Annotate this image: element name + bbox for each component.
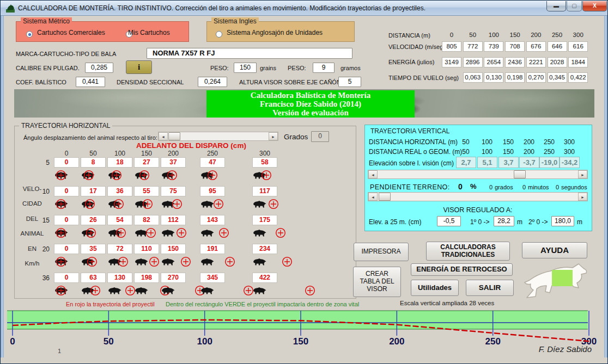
impresora-button[interactable]: IMPRESORA xyxy=(354,243,409,261)
adelanto-value-box: 17 xyxy=(81,186,106,196)
window-title: CALCULADORA DE MONTERÍA. TIRO INSTINTIVO… xyxy=(18,4,425,12)
boar-icon xyxy=(200,286,214,295)
v1-scroll-track[interactable] xyxy=(378,170,578,178)
degrees-label: Grados xyxy=(284,133,308,141)
elevation-value-box: -19,0 xyxy=(539,157,560,168)
angle-scroll-track[interactable] xyxy=(168,132,269,140)
boar-icon xyxy=(107,286,121,295)
target-icon xyxy=(305,285,315,296)
boar-icon xyxy=(200,257,214,267)
adelanto-value-box: 63 xyxy=(81,273,106,283)
weight-grams-input[interactable]: 9 xyxy=(313,63,335,73)
distance-header-value: 250 xyxy=(548,32,567,38)
adelanto-col-header: 150 xyxy=(134,150,159,157)
title-bar[interactable]: CALCULADORA DE MONTERÍA. TIRO INSTINTIVO… xyxy=(1,1,608,16)
elev25-label: Elev. a 25 m. (cm) xyxy=(369,218,421,226)
angle-scrollbar[interactable]: ◄ ► xyxy=(158,132,278,141)
crear-tabla-button[interactable]: CREAR TABLA DEL VISOR xyxy=(353,267,401,297)
boar-icon xyxy=(134,257,148,267)
sight-height-input[interactable]: 5 xyxy=(338,77,361,87)
trajectory-chart: 0501001502002503001F. Díez Sabido xyxy=(1,303,608,359)
lead-illustration-cell xyxy=(252,169,345,182)
sd-input[interactable]: 0,264 xyxy=(198,77,227,87)
utilidades-button[interactable]: Utilidades xyxy=(411,280,459,296)
adelanto-value-box: 270 xyxy=(161,273,186,283)
banner-line2: Francisco Díez Sabido (2014) xyxy=(206,100,415,108)
velocity-row-label: VELOCIDAD (m/seg) xyxy=(388,44,445,50)
v1-scroll-thumb[interactable] xyxy=(514,170,526,178)
adelanto-value-box: 0 xyxy=(54,244,79,254)
angle-scroll-left-icon[interactable]: ◄ xyxy=(159,132,168,140)
speed-axis-label: DEL xyxy=(16,215,48,222)
info-button[interactable]: i xyxy=(126,60,152,74)
zero1-label: 1º 0 -> xyxy=(470,218,489,226)
salir-button[interactable]: SALIR xyxy=(466,280,514,296)
zero2-unit: m xyxy=(577,218,582,226)
adelanto-value-box: 0 xyxy=(54,215,79,225)
v1-scroll-right-icon[interactable]: ► xyxy=(578,170,587,178)
brand-input[interactable]: NORMA 7X57 R FJ xyxy=(147,48,352,59)
v1-scroll-left-icon[interactable]: ◄ xyxy=(368,170,378,178)
vertical-scrollbar-2[interactable]: ◄ ► xyxy=(368,192,588,201)
adelanto-value-box: 0 xyxy=(54,186,79,196)
sight-height-label: ALTURA VISOR SOBRE EJE CAÑÓN (cm) xyxy=(239,79,355,85)
zero2-input[interactable]: 180,0 xyxy=(551,216,574,226)
energy-value-box: 2896 xyxy=(463,57,483,67)
target-icon xyxy=(115,227,126,238)
v2-scroll-track[interactable] xyxy=(378,193,578,201)
english-system-panel: Sistema Ingles Sistema Anglosajón de Uni… xyxy=(206,21,355,42)
weight-grains-input[interactable]: 150 xyxy=(234,63,257,73)
speed-axis-label: EN xyxy=(16,245,48,252)
speed-axis-label: ANIMAL xyxy=(16,230,48,237)
anglosajon-label: Sistema Anglosajón de Unidades xyxy=(227,29,323,36)
horizontal-panel-title: TRAYECTORIA HORIZONTAL xyxy=(19,122,112,129)
adelanto-value-box: 37 xyxy=(161,157,186,168)
boar-icon xyxy=(161,229,175,238)
lead-illustration-cell xyxy=(252,256,345,269)
caliber-input[interactable]: 0,285 xyxy=(85,63,113,73)
close-button[interactable]: X xyxy=(582,1,607,11)
elev25-input[interactable]: -0,5 xyxy=(437,216,461,226)
minimize-button[interactable]: ▬ xyxy=(546,1,566,11)
adelanto-value-box: 0 xyxy=(54,273,79,283)
velocity-value-box: 616 xyxy=(568,41,588,52)
adelanto-value-box: 55 xyxy=(134,186,159,196)
maximize-button[interactable]: ▢ xyxy=(567,1,582,11)
v2-scroll-thumb[interactable] xyxy=(379,193,391,201)
adelanto-value-box: 58 xyxy=(252,157,277,168)
energy-value-box: 2654 xyxy=(484,57,503,67)
angle-label: Ángulo desplazamiento del animal respect… xyxy=(23,134,157,141)
dist-r-label: DISTANCIA REAL o GEOM. (m) xyxy=(369,148,462,156)
angle-scroll-right-icon[interactable]: ► xyxy=(269,132,278,140)
energia-button[interactable]: ENERGÍA DE RETROCESO xyxy=(411,263,513,276)
boar-icon xyxy=(252,200,266,209)
distance-row-label: DISTANCIA (m) xyxy=(388,32,430,39)
degrees-value[interactable]: 0 xyxy=(311,131,329,142)
angle-scroll-thumb[interactable] xyxy=(168,132,180,140)
target-icon xyxy=(118,256,129,267)
bc-input[interactable]: 0,441 xyxy=(76,77,105,87)
v2-scroll-right-icon[interactable]: ► xyxy=(578,193,587,201)
sd-label: DENSIDAD SECCIONAL xyxy=(117,79,184,85)
x-tick-label: 150 xyxy=(293,336,308,347)
elevation-value-box: -3,7 xyxy=(519,157,539,168)
dist-h-value: 50 xyxy=(456,138,476,146)
anglosajon-radio[interactable] xyxy=(216,31,222,38)
v2-scroll-left-icon[interactable]: ◄ xyxy=(368,193,378,201)
app-banner: Calculadora Balística de Montería Franci… xyxy=(206,90,415,118)
ayuda-button[interactable]: AYUDA xyxy=(522,242,587,258)
target-icon xyxy=(142,199,153,209)
energy-value-box: 3149 xyxy=(442,57,461,67)
elevation-value-box: 2,7 xyxy=(456,157,476,168)
dist-r-value: 50 xyxy=(456,148,476,156)
target-icon xyxy=(56,170,66,181)
calculadoras-button[interactable]: CALCULADORAS TRADICIONALES xyxy=(426,242,510,261)
zero1-input[interactable]: 28,2 xyxy=(494,216,514,226)
target-icon xyxy=(87,256,98,267)
mis-cartuchos-label: Mis Cartuchos xyxy=(128,29,170,36)
boar-icon xyxy=(161,286,175,295)
cartuchos-comerciales-label: Cartuchos Comerciales xyxy=(37,29,105,36)
vertical-scrollbar-1[interactable]: ◄ ► xyxy=(368,170,588,179)
cartuchos-comerciales-radio[interactable] xyxy=(26,31,33,38)
zero1-unit: m xyxy=(517,218,522,226)
